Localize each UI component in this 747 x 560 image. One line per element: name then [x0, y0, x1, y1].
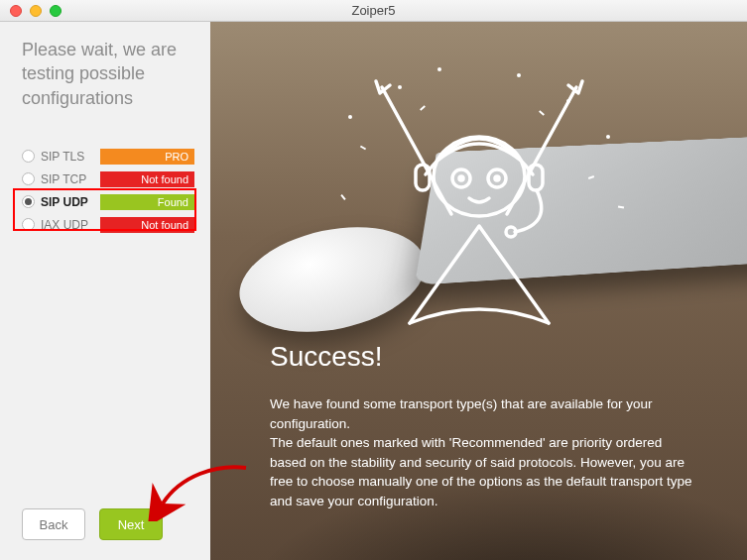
- config-label: IAX UDP: [41, 218, 100, 232]
- titlebar: Zoiper5: [0, 0, 747, 22]
- radio-icon[interactable]: [22, 172, 35, 185]
- radio-icon[interactable]: [22, 150, 35, 163]
- window-title: Zoiper5: [0, 3, 747, 18]
- config-label: SIP UDP: [41, 195, 100, 209]
- content: Please wait, we are testing possible con…: [0, 22, 747, 560]
- success-title: Success!: [270, 341, 697, 373]
- config-row-sip-tcp[interactable]: SIP TCP Not found: [22, 170, 194, 188]
- next-button[interactable]: Next: [99, 508, 163, 540]
- config-row-iax-udp[interactable]: IAX UDP Not found: [22, 216, 194, 234]
- config-label: SIP TLS: [41, 150, 100, 164]
- status-badge: Not found: [100, 171, 194, 187]
- sidebar-heading: Please wait, we are testing possible con…: [22, 38, 194, 110]
- laptop-illustration: [415, 137, 747, 285]
- success-body-1: We have found some transport type(s) tha…: [270, 394, 697, 433]
- success-copy: Success! We have found some transport ty…: [270, 341, 697, 510]
- status-badge: Found: [100, 194, 194, 210]
- back-button[interactable]: Back: [22, 508, 85, 540]
- config-row-sip-udp[interactable]: SIP UDP Found: [22, 193, 194, 211]
- config-label: SIP TCP: [41, 172, 100, 186]
- config-list: SIP TLS PRO SIP TCP Not found SIP UDP Fo…: [22, 148, 194, 234]
- radio-icon[interactable]: [22, 195, 35, 208]
- status-badge: PRO: [100, 149, 194, 165]
- sidebar: Please wait, we are testing possible con…: [0, 22, 210, 560]
- config-row-sip-tls[interactable]: SIP TLS PRO: [22, 148, 194, 166]
- wizard-buttons: Back Next: [22, 508, 194, 540]
- success-body-2: The default ones marked with 'Recommende…: [270, 433, 697, 510]
- radio-icon[interactable]: [22, 218, 35, 231]
- status-badge: Not found: [100, 217, 194, 233]
- main-panel: Success! We have found some transport ty…: [210, 22, 747, 560]
